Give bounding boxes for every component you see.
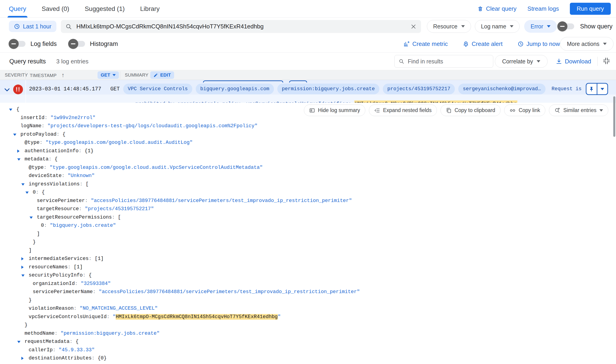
download-button[interactable]: Download [556,53,591,70]
summary-chip[interactable]: projects/453195752217 [383,84,455,94]
pin-menu-button[interactable] [597,84,608,94]
json-value[interactable]: "bigquery.jobs.create" [50,223,116,228]
json-line: vpcServiceControlsUniqueId: "HMIxLk6tmpO… [0,313,616,321]
collapse-node-icon[interactable] [26,192,29,194]
summary-chip[interactable]: VPC Service Controls [123,84,192,94]
query-search-input[interactable] [76,23,406,30]
json-value[interactable]: " [278,314,281,320]
json-line: authenticationInfo: {1} [0,147,616,156]
expand-node-icon[interactable] [17,150,20,153]
edit-summary-button[interactable]: EDIT [150,71,174,79]
http-method-value: GET [110,86,119,92]
log-entry-detail: Hide log summary Expand nested fields Co… [0,103,616,364]
search-icon [66,23,72,30]
expand-node-icon[interactable] [21,257,24,260]
json-punct: : [85,198,91,204]
summary-chip[interactable]: bigquery.googleapis.com [196,84,274,94]
run-query-label: Run query [577,5,604,12]
json-key: authenticationInfo [25,148,79,154]
json-value[interactable]: " [113,314,116,320]
expand-node-icon[interactable] [21,357,24,360]
histogram-toggle[interactable] [68,39,86,49]
log-entry-row: !! 2023-03-01 14:48:45.177 GET VPC Servi… [0,80,616,103]
json-value[interactable]: "permission:bigquery.jobs.create" [60,331,159,336]
collapse-panel-icon[interactable] [602,57,611,65]
json-value[interactable]: "32593384" [81,281,111,286]
json-value[interactable]: "projects/453195752217" [85,206,154,212]
logs-explorer-page: { "colors":{ "accent_blue":"#1a73e8","li… [0,0,616,364]
show-query-toggle[interactable] [557,21,575,31]
filter-dropdown-log-name[interactable]: Log name [475,20,520,33]
json-key: violationReason [29,306,74,311]
collapse-node-icon[interactable] [9,109,12,111]
json-line: protoPayload: { [0,130,616,139]
tab-suggested-1[interactable]: Suggested (1) [85,0,125,17]
collapse-entry-chevron-icon[interactable] [3,86,11,94]
run-query-button[interactable]: Run query [570,3,611,15]
collapse-node-icon[interactable] [13,134,16,136]
log-timestamp: 2023-03-01 14:48:45.177 GET [29,84,120,94]
json-value[interactable]: "projects/developers-test-gbq/logs/cloud… [48,123,258,129]
json-line: } [0,321,616,329]
json-value[interactable]: "45.9.33.33" [59,347,94,353]
collapse-node-icon[interactable] [21,274,25,277]
json-value[interactable]: "Unknown" [68,173,95,179]
timestamp-column-label[interactable]: TIMESTAMP ↑ [30,72,65,79]
hide-log-summary-button[interactable]: Hide log summary [304,104,365,116]
more-actions-button[interactable]: More actions [560,37,614,51]
tab-query[interactable]: Query [9,0,26,17]
expand-nested-fields-button[interactable]: Expand nested fields [369,104,437,116]
time-range-chip[interactable]: Last 1 hour [9,21,56,32]
create-alert-button[interactable]: Create alert [463,40,503,48]
json-punct: : [39,140,45,145]
collapse-node-icon[interactable] [21,183,25,186]
collapse-node-icon[interactable] [29,217,33,219]
json-punct: { [16,106,19,112]
json-highlighted-value[interactable]: HMIxLk6tmpO-MCgsCdRkmCQ8nIN14Sh54cqvHoT7… [116,314,278,320]
expand-node-icon[interactable] [21,266,24,269]
filter-dropdown-resource[interactable]: Resource [427,20,471,33]
json-value[interactable]: "1w99v2ne2rrol" [51,115,95,121]
summary-chip[interactable]: permission:bigquery.jobs.create [277,84,379,94]
toggle-item-log-fields: Log fields [9,39,57,49]
tab-library[interactable]: Library [140,0,160,17]
collapse-node-icon[interactable] [17,158,20,161]
json-punct: : [54,331,60,336]
jump-to-now-button[interactable]: Jump to now [518,40,560,48]
method-filter-chip[interactable]: GET [97,71,119,79]
copy-to-clipboard-button[interactable]: Copy to clipboard [441,104,500,116]
filter-dropdown-error[interactable]: Error [524,20,557,33]
vertical-scrollbar[interactable] [613,96,615,137]
json-value[interactable]: "NO_MATCHING_ACCESS_LEVEL" [79,306,157,311]
pin-button[interactable] [587,84,597,94]
json-punct: {1} [85,148,94,154]
json-punct: : [44,223,50,228]
json-value[interactable]: "accessPolicies/389776484881/servicePeri… [91,198,352,204]
tab-saved-0[interactable]: Saved (0) [42,0,69,17]
collapse-node-icon[interactable] [17,341,20,343]
json-key: insertId [20,115,45,121]
create-metric-button[interactable]: Create metric [403,40,448,48]
stream-logs-button[interactable]: Stream logs [527,5,559,12]
find-in-results-input[interactable] [407,58,489,65]
summary-chip[interactable]: sergeyanischenko@improvad… [458,84,545,94]
json-value[interactable]: "type.googleapis.com/google.cloud.audit.… [45,140,193,145]
download-icon [556,58,562,65]
json-line: requestAttributes: {1} [0,363,616,364]
json-value[interactable]: "accessPolicies/389776484881/servicePeri… [99,289,360,295]
similar-entries-button[interactable]: Similar entries [549,104,608,116]
json-value[interactable]: "type.googleapis.com/google.cloud.audit.… [50,165,262,170]
copy-link-button[interactable]: Copy link [504,104,546,116]
json-line: violationReason: "NO_MATCHING_ACCESS_LEV… [0,304,616,313]
pin-entry-split-button [586,83,608,95]
filter-bar: Last 1 hour ResourceLog nameError Show q… [0,18,616,35]
clear-search-icon[interactable] [410,24,416,29]
json-line: servicePerimeter: "accessPolicies/389776… [0,197,616,205]
json-punct: { [89,273,92,278]
json-punct: ] [37,231,40,237]
log-fields-toggle[interactable] [9,39,26,49]
json-key: 0 [41,223,44,228]
json-line: } [0,238,616,247]
correlate-by-button[interactable]: Correlate by [495,55,548,68]
clear-query-button[interactable]: Clear query [477,5,516,12]
